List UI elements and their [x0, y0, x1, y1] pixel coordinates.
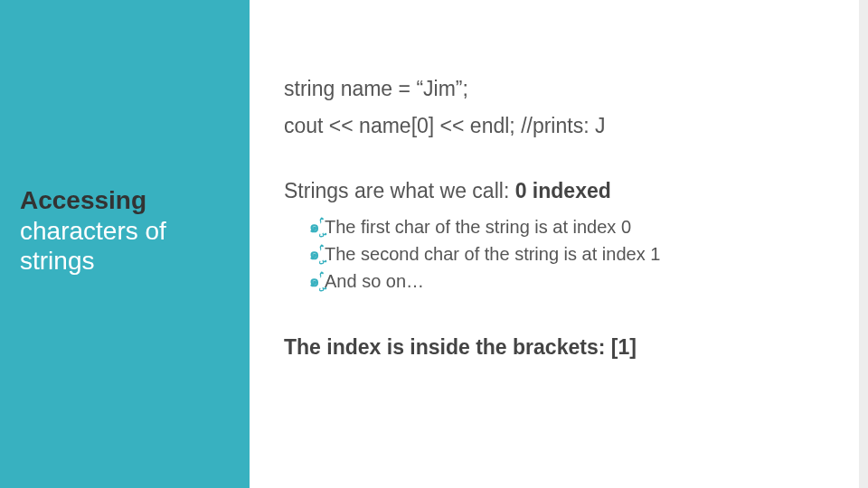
bullet-list: ๑ۣۢThe first char of the string is at in… — [309, 213, 817, 295]
list-item: ๑ۣۢThe second char of the string is at i… — [309, 240, 817, 267]
slide: Accessing characters of strings string n… — [0, 0, 868, 488]
heading-bold: 0 indexed — [515, 179, 611, 202]
bullet-text: The second char of the string is at inde… — [325, 244, 660, 264]
slide-title-bold: Accessing — [20, 186, 146, 214]
slide-title-line2: characters of — [20, 217, 166, 245]
bullet-text: The first char of the string is at index… — [325, 217, 631, 237]
link-bullet-icon: ๑ۣۢ — [309, 272, 319, 290]
list-item: ๑ۣۢThe first char of the string is at in… — [309, 213, 817, 240]
right-accent-bar — [859, 0, 868, 488]
sidebar-panel: Accessing characters of strings — [0, 0, 250, 488]
heading-pre: Strings are what we call: — [284, 179, 515, 202]
bullet-text: And so on… — [325, 271, 424, 291]
code-line-2: cout << name[0] << endl; //prints: J — [284, 111, 817, 141]
content-area: string name = “Jim”; cout << name[0] << … — [284, 74, 817, 370]
closing-line: The index is inside the brackets: [1] — [284, 333, 817, 362]
link-bullet-icon: ๑ۣۢ — [309, 218, 319, 236]
spacer — [284, 149, 817, 176]
list-item: ๑ۣۢAnd so on… — [309, 267, 817, 295]
slide-title: Accessing characters of strings — [20, 185, 237, 277]
link-bullet-icon: ๑ۣۢ — [309, 245, 319, 263]
heading-line: Strings are what we call: 0 indexed — [284, 176, 817, 206]
code-line-1: string name = “Jim”; — [284, 74, 817, 104]
slide-title-line3: strings — [20, 247, 94, 275]
